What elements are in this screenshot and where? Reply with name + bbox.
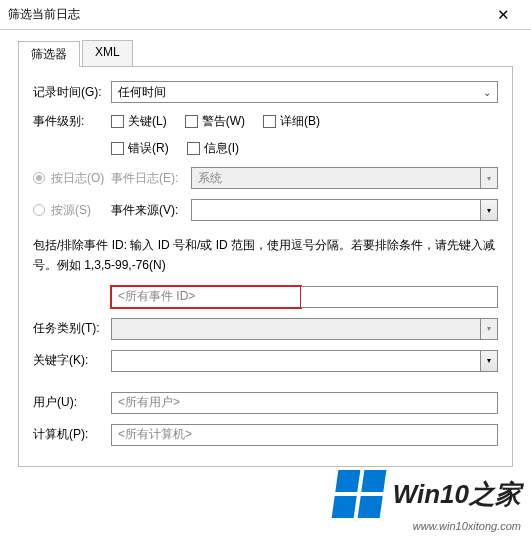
user-wrap: <所有用户>	[111, 392, 498, 414]
combo-eventsrc-input[interactable]	[191, 199, 480, 221]
chevron-down-icon: ▾	[487, 206, 491, 215]
row-computer: 计算机(P): <所有计算机>	[33, 424, 498, 446]
combo-taskcat: ▾	[111, 318, 498, 340]
chk-critical-label: 关键(L)	[128, 113, 167, 130]
select-logged-value: 任何时间	[118, 84, 166, 101]
level-checks-1: 关键(L) 警告(W) 详细(B)	[111, 113, 498, 130]
label-keywords: 关键字(K):	[33, 352, 111, 369]
combo-keywords-button[interactable]: ▾	[480, 350, 498, 372]
checkbox-verbose[interactable]	[263, 115, 276, 128]
row-eventid: <所有事件 ID>	[33, 286, 498, 308]
input-user[interactable]: <所有用户>	[111, 392, 498, 414]
row-bysource: 按源(S) 事件来源(V): ▾	[33, 199, 498, 221]
watermark: Win10之家 www.win10xitong.com	[335, 470, 521, 532]
radio-bysource	[33, 204, 45, 216]
content: 筛选器 XML 记录时间(G): 任何时间 ⌄ 事件级别: 关键(L) 警告(W…	[0, 30, 531, 467]
chk-error-label: 错误(R)	[128, 140, 169, 157]
radio-bysource-wrap: 按源(S)	[33, 202, 111, 219]
chevron-down-icon: ▾	[487, 174, 491, 183]
tab-strip: 筛选器 XML	[18, 40, 513, 67]
row-level-2: 错误(R) 信息(I)	[33, 140, 498, 157]
row-taskcat: 任务类别(T): ▾	[33, 318, 498, 340]
label-eventlog: 事件日志(E):	[111, 170, 191, 187]
chevron-down-icon: ▾	[487, 356, 491, 365]
combo-eventlog: 系统 ▾	[191, 167, 498, 189]
input-computer[interactable]: <所有计算机>	[111, 424, 498, 446]
row-level-1: 事件级别: 关键(L) 警告(W) 详细(B)	[33, 113, 498, 130]
radio-dot-icon	[36, 175, 42, 181]
row-logged: 记录时间(G): 任何时间 ⌄	[33, 81, 498, 103]
radio-bylog	[33, 172, 45, 184]
chk-warning: 警告(W)	[185, 113, 245, 130]
help-text: 包括/排除事件 ID: 输入 ID 号和/或 ID 范围，使用逗号分隔。若要排除…	[33, 235, 498, 276]
close-icon: ✕	[497, 6, 510, 24]
label-eventsrc: 事件来源(V):	[111, 202, 191, 219]
select-logged-time[interactable]: 任何时间 ⌄	[111, 81, 498, 103]
combo-taskcat-button: ▾	[480, 318, 498, 340]
radio-bysource-label: 按源(S)	[51, 203, 91, 217]
label-user: 用户(U):	[33, 394, 111, 411]
chk-verbose: 详细(B)	[263, 113, 320, 130]
chk-warning-label: 警告(W)	[202, 113, 245, 130]
combo-eventsrc[interactable]: ▾	[191, 199, 498, 221]
chk-info: 信息(I)	[187, 140, 239, 157]
chk-verbose-label: 详细(B)	[280, 113, 320, 130]
label-logged: 记录时间(G):	[33, 84, 111, 101]
chk-critical: 关键(L)	[111, 113, 167, 130]
combo-eventlog-input: 系统	[191, 167, 480, 189]
row-user: 用户(U): <所有用户>	[33, 392, 498, 414]
titlebar: 筛选当前日志 ✕	[0, 0, 531, 30]
label-level: 事件级别:	[33, 113, 111, 130]
watermark-brand: Win10之家	[393, 477, 521, 512]
filter-panel: 记录时间(G): 任何时间 ⌄ 事件级别: 关键(L) 警告(W) 详细(B	[18, 67, 513, 467]
checkbox-warning[interactable]	[185, 115, 198, 128]
row-bylog: 按日志(O) 事件日志(E): 系统 ▾	[33, 167, 498, 189]
checkbox-info[interactable]	[187, 142, 200, 155]
window-title: 筛选当前日志	[8, 6, 483, 23]
checkbox-critical[interactable]	[111, 115, 124, 128]
close-button[interactable]: ✕	[483, 1, 523, 29]
chk-info-label: 信息(I)	[204, 140, 239, 157]
help-text-content: 包括/排除事件 ID: 输入 ID 号和/或 ID 范围，使用逗号分隔。若要排除…	[33, 238, 495, 272]
label-taskcat: 任务类别(T):	[33, 320, 111, 337]
row-keywords: 关键字(K): ▾	[33, 350, 498, 372]
tab-xml[interactable]: XML	[82, 40, 133, 66]
input-eventid-ext[interactable]	[301, 286, 498, 308]
level-checks-2: 错误(R) 信息(I)	[111, 140, 498, 157]
tab-filter[interactable]: 筛选器	[18, 41, 80, 67]
chevron-down-icon: ▾	[487, 324, 491, 333]
computer-wrap: <所有计算机>	[111, 424, 498, 446]
input-eventid[interactable]: <所有事件 ID>	[111, 286, 301, 308]
combo-keywords-input[interactable]	[111, 350, 480, 372]
windows-logo-icon	[331, 470, 386, 518]
combo-keywords[interactable]: ▾	[111, 350, 498, 372]
combo-eventlog-button: ▾	[480, 167, 498, 189]
eventid-wrap: <所有事件 ID>	[111, 286, 498, 308]
label-computer: 计算机(P):	[33, 426, 111, 443]
combo-taskcat-input	[111, 318, 480, 340]
chevron-down-icon: ⌄	[483, 87, 491, 98]
radio-bylog-wrap: 按日志(O)	[33, 170, 111, 187]
radio-bylog-label: 按日志(O)	[51, 171, 104, 185]
watermark-url: www.win10xitong.com	[335, 520, 521, 532]
chk-error: 错误(R)	[111, 140, 169, 157]
combo-eventsrc-button[interactable]: ▾	[480, 199, 498, 221]
checkbox-error[interactable]	[111, 142, 124, 155]
